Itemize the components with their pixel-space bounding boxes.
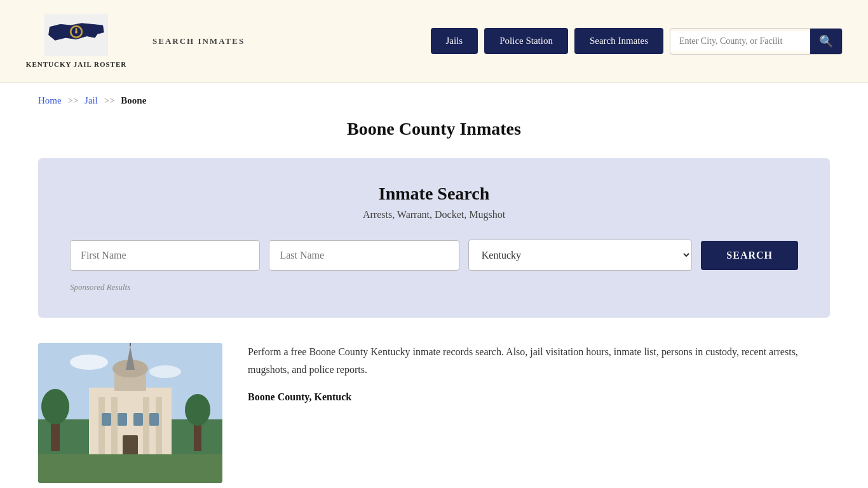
description-text: Perform a free Boone County Kentucky inm… [248,343,830,416]
inmate-search-title: Inmate Search [70,184,798,204]
search-inmates-button[interactable]: Search Inmates [574,28,663,54]
description-paragraph-1: Perform a free Boone County Kentucky inm… [248,343,830,377]
svg-point-26 [185,394,210,426]
first-name-input[interactable] [70,240,260,271]
inmate-search-subtitle: Arrests, Warrant, Docket, Mugshot [70,209,798,220]
jails-button[interactable]: Jails [431,28,478,54]
svg-rect-21 [149,413,159,426]
inmate-search-box: Inmate Search Arrests, Warrant, Docket, … [38,158,830,318]
site-title[interactable]: SEARCH INMATES [153,36,245,46]
svg-point-6 [70,355,108,370]
building-image [38,343,222,483]
svg-point-7 [149,365,181,378]
svg-rect-19 [118,413,127,426]
svg-rect-18 [102,413,111,426]
nav-buttons: Jails Police Station Search Inmates 🔍 [431,28,843,55]
breadcrumb-current: Boone [121,95,146,105]
breadcrumb: Home >> Jail >> Boone [0,83,868,119]
logo-area: KENTUCKY JAIL ROSTER [25,13,127,69]
breadcrumb-sep-1: >> [67,95,78,105]
logo-icon [44,13,108,57]
svg-rect-22 [123,435,138,458]
last-name-input[interactable] [269,240,459,271]
svg-rect-11 [111,397,118,458]
breadcrumb-home-link[interactable]: Home [38,95,62,105]
svg-rect-10 [98,397,105,458]
description-sub-heading: Boone County, Kentuck [248,388,830,405]
svg-rect-12 [143,397,149,458]
state-select[interactable]: AlabamaAlaskaArizonaArkansasCaliforniaCo… [468,240,693,271]
svg-rect-20 [133,413,143,426]
breadcrumb-sep-2: >> [104,95,115,105]
svg-point-24 [41,389,69,424]
header-search-bar: 🔍 [670,28,843,55]
svg-rect-13 [156,397,162,458]
page-title: Boone County Inmates [38,119,830,139]
search-fields: AlabamaAlaskaArizonaArkansasCaliforniaCo… [70,240,798,271]
main-content: Boone County Inmates Inmate Search Arres… [0,119,868,488]
svg-rect-4 [75,30,77,34]
header-search-input[interactable] [670,31,810,51]
svg-point-3 [75,28,77,30]
police-station-button[interactable]: Police Station [484,28,568,54]
header-search-button[interactable]: 🔍 [810,29,842,54]
logo-text: KENTUCKY JAIL ROSTER [26,60,126,69]
svg-rect-27 [38,454,222,483]
inmate-search-button[interactable]: SEARCH [701,241,798,270]
breadcrumb-jail-link[interactable]: Jail [85,95,98,105]
building-svg [38,343,222,483]
site-header: KENTUCKY JAIL ROSTER SEARCH INMATES Jail… [0,0,868,83]
sponsored-results-label: Sponsored Results [70,282,798,292]
bottom-section: Perform a free Boone County Kentucky inm… [38,343,830,483]
